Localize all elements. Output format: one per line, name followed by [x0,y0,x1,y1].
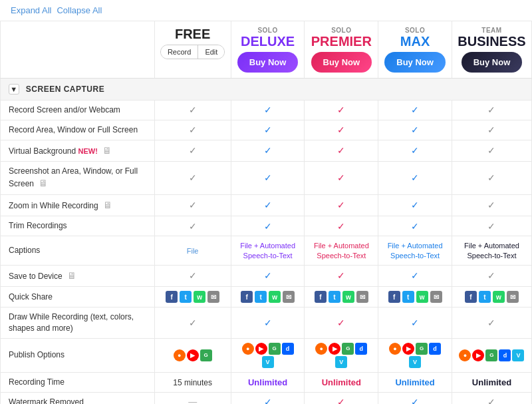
deluxe-trim: ✓ [231,216,305,236]
feature-recording-time: Recording Time [1,372,155,392]
section-toggle-icon[interactable]: ▼ [9,84,19,95]
expand-all-link[interactable]: Expand All [11,5,51,15]
business-record-screen: ✓ [452,101,531,120]
screencast-publish-icon: ● [174,349,186,361]
collapse-all-link[interactable]: Collapse All [57,5,102,15]
email-icon: ✉ [283,291,295,303]
max-save-device: ✓ [378,265,452,287]
plan-max-header: SOLO MAX Buy Now [378,21,452,79]
feature-record-area: Record Area, Window or Full Screen [1,120,155,140]
table-row: Record Screen and/or Webcam ✓ ✓ ✓ ✓ ✓ [1,101,532,120]
publish-icons-deluxe: ● ▶ G d V [237,343,299,368]
vimeo-publish-icon: V [512,349,524,361]
whatsapp-icon: w [194,291,205,303]
premier-save-device: ✓ [305,265,378,287]
max-buy-button[interactable]: Buy Now [384,52,446,73]
captions-file-link[interactable]: File [187,247,199,255]
edit-button[interactable]: Edit [198,45,224,59]
business-record-area: ✓ [452,120,531,140]
youtube-publish-icon: ▶ [402,343,414,355]
monitor-icon: 🖥 [103,200,112,210]
youtube-publish-icon: ▶ [329,343,340,355]
business-plan-name: BUSINESS [458,34,526,49]
facebook-icon: f [388,291,400,303]
deluxe-plan-name: DELUXE [237,34,299,49]
screen-capture-title[interactable]: ▼ SCREEN CAPTURE [1,79,532,101]
screen-capture-section-header: ▼ SCREEN CAPTURE [1,79,532,101]
business-plan-label: TEAM [458,27,526,34]
deluxe-buy-button[interactable]: Buy Now [237,52,299,73]
table-row: Captions File File + Automated Speech-to… [1,236,532,265]
email-icon: ✉ [207,291,219,303]
deluxe-recording-time: Unlimited [231,372,305,392]
free-recording-time: 15 minutes [154,372,231,392]
youtube-publish-icon: ▶ [255,343,267,355]
record-button[interactable]: Record [161,45,198,59]
max-watermark: ✓ [378,392,452,404]
business-quick-share: f t w ✉ [452,287,531,307]
social-icons-free: f t w ✉ [160,291,225,303]
business-recording-time: Unlimited [452,372,531,392]
monitor-icon: 🖥 [67,270,76,281]
table-row: Recording Time 15 minutes Unlimited Unli… [1,372,532,392]
comparison-table: FREE Record Edit SOLO DELUXE Buy Now SOL… [0,21,532,404]
deluxe-zoom: ✓ [231,194,305,216]
business-buy-button[interactable]: Buy Now [462,52,523,73]
deluxe-publish: ● ▶ G d V [231,338,305,372]
feature-virtual-bg: Virtual Background NEW! 🖥 [1,140,155,162]
max-publish: ● ▶ G d V [378,338,452,372]
vimeo-publish-icon: V [335,356,347,368]
gdrive-publish-icon: G [485,349,497,361]
feature-quick-share: Quick Share [1,287,155,307]
monitor-icon: 🖥 [39,178,48,188]
table-row: Trim Recordings ✓ ✓ ✓ ✓ ✓ [1,216,532,236]
top-controls: Expand All Collapse All [0,0,532,21]
premier-buy-button[interactable]: Buy Now [311,52,372,73]
dropbox-publish-icon: d [429,343,441,355]
plan-business-header: TEAM BUSINESS Buy Now [452,21,531,79]
feature-screenshot: Screenshot an Area, Window, or Full Scre… [1,162,155,194]
free-zoom: ✓ [154,194,231,216]
feature-watermark: Watermark Removed [1,392,155,404]
social-icons-business: f t w ✉ [458,291,526,303]
new-badge: NEW! [78,147,98,155]
twitter-icon: t [180,291,192,303]
facebook-icon: f [241,291,253,303]
table-row: Quick Share f t w ✉ f t w ✉ f [1,287,532,307]
premier-plan-label: SOLO [310,27,372,34]
feature-trim: Trim Recordings [1,216,155,236]
max-draw: ✓ [378,307,452,339]
twitter-icon: t [255,291,267,303]
free-draw: ✓ [154,307,231,339]
max-virtual-bg: ✓ [378,140,452,162]
dropbox-publish-icon: d [282,343,294,355]
feature-captions: Captions [1,236,155,265]
premier-draw: ✓ [305,307,378,339]
gdrive-publish-icon: G [342,343,354,355]
business-watermark: ✓ [452,392,531,404]
free-plan-name: FREE [160,27,225,42]
publish-icons-premier: ● ▶ G d V [310,343,372,368]
vimeo-publish-icon: V [262,356,274,368]
business-captions: File + Automated Speech-to-Text [452,236,531,265]
social-icons-premier: f t w ✉ [310,291,372,303]
screencast-publish-icon: ● [459,349,471,361]
free-screenshot: ✓ [154,162,231,194]
email-icon: ✉ [507,291,519,303]
business-zoom: ✓ [452,194,531,216]
deluxe-draw: ✓ [231,307,305,339]
business-screenshot: ✓ [452,162,531,194]
premier-trim: ✓ [305,216,378,236]
max-record-area: ✓ [378,120,452,140]
premier-record-area: ✓ [305,120,378,140]
feature-save-device: Save to Device 🖥 [1,265,155,287]
dropbox-publish-icon: d [499,349,511,361]
premier-virtual-bg: ✓ [305,140,378,162]
twitter-icon: t [329,291,340,303]
whatsapp-icon: w [416,291,428,303]
record-edit-toggle[interactable]: Record Edit [160,45,225,59]
email-icon: ✉ [430,291,442,303]
free-save-device: ✓ [154,265,231,287]
business-save-device: ✓ [452,265,531,287]
email-icon: ✉ [356,291,368,303]
